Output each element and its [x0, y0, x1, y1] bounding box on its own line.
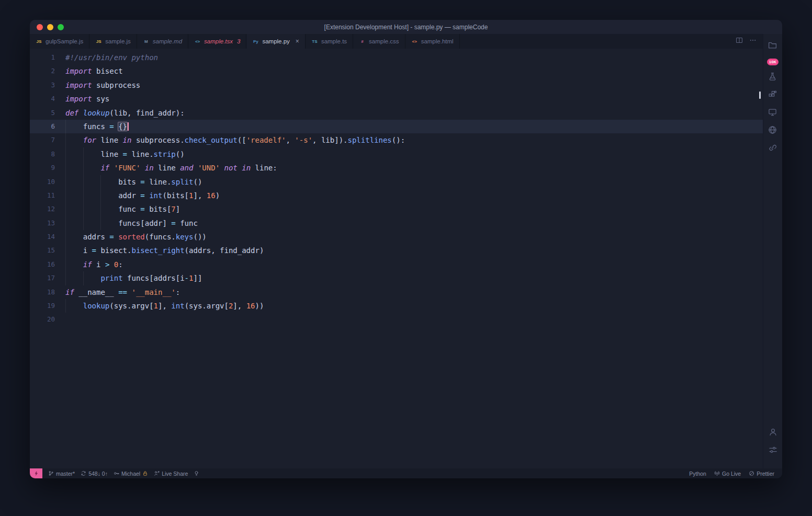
tab-sample-css[interactable]: #sample.css [353, 34, 405, 49]
remote-explorer-icon[interactable] [768, 108, 777, 117]
tab-sample-py[interactable]: Pysample.py× [246, 34, 305, 49]
tab-sample-ts[interactable]: TSsample.ts [306, 34, 353, 49]
indent-guide [65, 133, 66, 147]
broadcast-icon [714, 471, 720, 476]
indent-guide [65, 147, 66, 161]
branch-item[interactable]: master* [48, 471, 75, 477]
line-number: 13 [30, 216, 55, 230]
line-number: 16 [30, 258, 55, 271]
indent-guide [65, 299, 66, 313]
code-line-2[interactable]: 2import bisect [30, 64, 763, 78]
link-icon[interactable] [768, 143, 777, 153]
code-line-3[interactable]: 3import subprocess [30, 78, 763, 92]
remote-indicator[interactable] [30, 468, 42, 478]
tab-sample-html[interactable]: <>sample.html [405, 34, 460, 49]
sync-item[interactable]: 548↓ 0↑ [81, 471, 108, 477]
go-live-item[interactable]: Go Live [714, 471, 741, 477]
code-line-10[interactable]: 10 bits = line.split() [30, 175, 763, 189]
code-line-13[interactable]: 13 funcs[addr] = func [30, 216, 763, 230]
accounts-icon[interactable] [769, 428, 777, 437]
code-line-14[interactable]: 14 addrs = sorted(funcs.keys()) [30, 230, 763, 244]
line-number: 8 [30, 147, 55, 161]
line-number: 5 [30, 106, 55, 120]
tab-label: sample.md [153, 38, 182, 44]
line-number: 9 [30, 161, 55, 175]
code-line-5[interactable]: 5def lookup(lib, find_addr): [30, 106, 763, 120]
indent-guide [65, 175, 66, 189]
code-line-11[interactable]: 11 addr = int(bits[1], 16) [30, 189, 763, 202]
code-line-19[interactable]: 19 lookup(sys.argv[1], int(sys.argv[2], … [30, 299, 763, 313]
editor-actions [736, 34, 763, 49]
user-item[interactable]: Michael [114, 471, 148, 477]
share-icon [154, 471, 160, 476]
overview-ruler-cursor-marker [759, 91, 761, 99]
test-flask-icon[interactable] [768, 72, 777, 82]
text-cursor [128, 122, 129, 131]
maximize-window-button[interactable] [58, 24, 64, 30]
line-number: 10 [30, 175, 55, 189]
file-icon-md: M [143, 39, 150, 44]
bulb-item[interactable] [194, 471, 199, 476]
title-bar[interactable]: [Extension Development Host] - sample.py… [30, 20, 782, 34]
lock-icon [142, 471, 148, 476]
status-label: 548↓ 0↑ [88, 471, 108, 477]
live-share-item[interactable]: Live Share [154, 471, 188, 477]
tab-sample-md[interactable]: Msample.md [137, 34, 188, 49]
code-line-17[interactable]: 17 print funcs[addrs[i-1]] [30, 271, 763, 285]
close-window-button[interactable] [37, 24, 43, 30]
settings-icon[interactable] [769, 445, 777, 455]
close-tab-icon[interactable]: × [296, 38, 299, 44]
file-icon-tsx: <> [194, 39, 201, 44]
vscode-window: [Extension Development Host] - sample.py… [30, 20, 782, 478]
file-icon-js: JS [95, 39, 102, 44]
badge-10k[interactable]: 10K [767, 59, 779, 65]
line-number: 7 [30, 133, 55, 147]
tab-label: sample.ts [321, 38, 347, 44]
code-line-16[interactable]: 16 if i > 0: [30, 258, 763, 271]
code-line-20[interactable]: 20 [30, 313, 763, 326]
explorer-icon[interactable] [768, 41, 777, 50]
code-line-12[interactable]: 12 func = bits[7] [30, 202, 763, 216]
code-line-9[interactable]: 9 if 'FUNC' in line and 'UND' not in lin… [30, 161, 763, 175]
tab-sample-tsx[interactable]: <>sample.tsx3 [188, 34, 246, 49]
status-label: Prettier [757, 471, 774, 477]
live-share-globe-icon[interactable] [768, 125, 777, 135]
minimize-window-button[interactable] [47, 24, 53, 30]
prettier-item[interactable]: Prettier [749, 471, 774, 477]
line-number: 18 [30, 285, 55, 299]
extensions-icon[interactable] [768, 90, 777, 99]
indent-guide [83, 202, 84, 216]
language-mode-item[interactable]: Python [689, 471, 706, 477]
file-icon-ts: TS [311, 39, 318, 44]
file-icon-js: JS [36, 39, 42, 44]
status-label: Michael [121, 471, 140, 477]
window-title: [Extension Development Host] - sample.py… [30, 24, 782, 31]
tab-label: sample.css [369, 38, 399, 44]
traffic-lights [37, 24, 64, 30]
activity-bar: 10K [763, 34, 782, 468]
code-line-7[interactable]: 7 for line in subprocess.check_output(['… [30, 133, 763, 147]
tab-sample-js[interactable]: JSsample.js [89, 34, 137, 49]
line-number: 6 [30, 120, 55, 133]
code-line-18[interactable]: 18if __name__ == '__main__': [30, 285, 763, 299]
key-icon [114, 471, 119, 476]
indent-guide [65, 189, 66, 202]
code-line-6[interactable]: 6 funcs = {} [30, 120, 763, 133]
code-line-8[interactable]: 8 line = line.strip() [30, 147, 763, 161]
split-editor-icon[interactable] [736, 37, 743, 46]
code-line-1[interactable]: 1#!/usr/bin/env python [30, 51, 763, 64]
status-label: master* [56, 471, 75, 477]
line-number: 3 [30, 78, 55, 92]
indent-guide [65, 258, 66, 271]
code-editor[interactable]: 1#!/usr/bin/env python2import bisect3imp… [30, 49, 763, 468]
indent-guide [100, 202, 101, 216]
line-number: 2 [30, 64, 55, 78]
line-number: 1 [30, 51, 55, 64]
indent-guide [65, 202, 66, 216]
code-line-15[interactable]: 15 i = bisect.bisect_right(addrs, find_a… [30, 244, 763, 257]
more-actions-icon[interactable] [749, 37, 757, 46]
code-line-4[interactable]: 4import sys [30, 92, 763, 106]
tab-gulpsample-js[interactable]: JSgulpSample.js [30, 34, 89, 49]
indent-guide [65, 216, 66, 230]
indent-guide [83, 189, 84, 202]
